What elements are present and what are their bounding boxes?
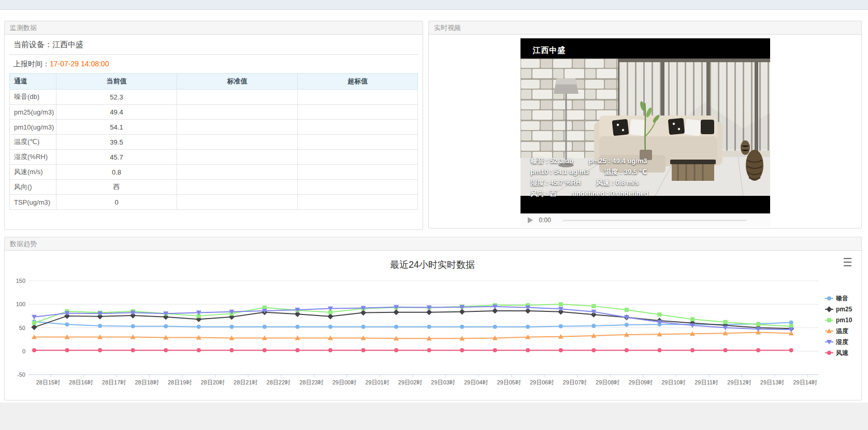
seek-bar[interactable] <box>562 220 747 221</box>
data-point <box>393 309 399 315</box>
data-point <box>229 325 234 329</box>
data-point <box>197 348 201 352</box>
report-time-label: 上报时间： <box>13 60 50 68</box>
data-point <box>427 325 431 329</box>
data-point <box>98 348 102 352</box>
data-point <box>361 348 366 352</box>
video-controls: 0:00 <box>520 213 770 227</box>
cell-standard <box>177 135 298 150</box>
data-point <box>328 325 332 329</box>
data-point <box>426 309 432 315</box>
data-point <box>493 348 497 352</box>
legend-item-温度[interactable]: 温度 <box>825 327 848 335</box>
cell-exceed <box>298 195 418 210</box>
cell-standard <box>177 90 298 105</box>
cell-label: pm10(ug/m3) <box>10 120 56 135</box>
x-axis-label: 29日12时 <box>727 379 751 385</box>
data-point <box>164 324 168 328</box>
data-point <box>295 325 299 329</box>
cell-standard <box>177 195 298 210</box>
data-point <box>657 348 661 352</box>
cell-current: 39.5 <box>56 135 177 150</box>
cell-exceed <box>298 180 418 195</box>
data-point <box>263 348 267 352</box>
cell-exceed <box>298 120 418 135</box>
cell-standard <box>177 150 298 165</box>
x-axis-label: 29日03时 <box>431 379 455 385</box>
x-axis-label: 29日07时 <box>563 379 587 385</box>
cell-label: pm25(ug/m3) <box>10 105 56 120</box>
y-axis-label: 0 <box>22 348 25 354</box>
data-point <box>756 348 760 352</box>
live-video-panel: 实时视频 江西中盛 <box>428 21 862 228</box>
report-time-line: 上报时间：17-07-29 14:08:00 <box>9 55 418 73</box>
data-point <box>263 325 267 329</box>
legend-item-湿度[interactable]: 湿度 <box>825 338 848 346</box>
table-header-1: 当前值 <box>56 74 177 90</box>
data-point <box>229 348 234 352</box>
trend-chart-svg: 最近24小时实时数据-5005010015028日15时28日16时28日17时… <box>5 251 861 400</box>
x-axis-label: 28日21时 <box>234 379 257 385</box>
data-point <box>625 323 629 327</box>
monitor-panel-title: 监测数据 <box>5 21 423 35</box>
cell-exceed <box>298 90 418 105</box>
play-icon[interactable] <box>528 217 533 223</box>
report-time-value: 17-07-29 14:08:00 <box>50 60 109 68</box>
video-panel-title: 实时视频 <box>429 21 861 35</box>
legend-item-pm10[interactable]: pm10 <box>825 317 852 324</box>
data-trend-panel: 数据趋势 最近24小时实时数据-5005010015028日15时28日16时2… <box>4 237 862 400</box>
browser-top-strip <box>0 0 868 10</box>
series-pm25 <box>31 308 794 332</box>
data-point <box>460 348 464 352</box>
cell-exceed <box>298 165 418 180</box>
data-point <box>32 321 36 325</box>
chart-context-menu-button[interactable] <box>844 258 854 266</box>
data-point <box>724 348 728 352</box>
legend-item-风速[interactable]: 风速 <box>825 349 849 356</box>
data-point <box>493 325 497 329</box>
y-axis-label: 100 <box>16 301 25 307</box>
x-axis-label: 29日10时 <box>661 379 685 385</box>
x-axis-label: 29日09时 <box>629 379 653 385</box>
chart-title: 最近24小时实时数据 <box>390 260 475 270</box>
legend-item-pm25[interactable]: pm25 <box>825 306 852 313</box>
cell-current: 0 <box>56 195 177 210</box>
table-row: pm10(ug/m3)54.1 <box>10 120 418 135</box>
data-point <box>98 324 102 328</box>
data-point <box>559 302 563 306</box>
x-axis-label: 29日05时 <box>497 379 520 385</box>
x-axis-label: 28日19时 <box>168 379 192 385</box>
y-axis-label: 150 <box>16 278 25 284</box>
data-point <box>690 348 695 352</box>
data-point <box>657 312 661 317</box>
video-player[interactable]: 江西中盛 <box>520 38 770 213</box>
video-data-overlay: 噪音 : 52.3 dbpm25 : 49.4 ug/m3pm10 : 54.1… <box>531 155 648 199</box>
table-header-0: 通道 <box>10 74 56 90</box>
data-point <box>526 325 530 329</box>
x-axis-label: 29日14时 <box>793 379 817 385</box>
legend-label: 风速 <box>835 349 849 356</box>
data-point <box>197 325 201 329</box>
cell-label: 噪音(db) <box>10 90 56 105</box>
data-point <box>526 348 530 352</box>
series-line <box>34 333 791 339</box>
cell-label: 风向() <box>10 180 56 195</box>
legend-item-噪音[interactable]: 噪音 <box>825 295 848 302</box>
data-point <box>394 325 398 329</box>
table-row: 风速(m/s)0.8 <box>10 165 418 180</box>
cell-standard <box>177 165 298 180</box>
data-point <box>591 324 596 328</box>
legend-label: 湿度 <box>835 338 848 346</box>
cell-label: 温度(℃) <box>10 135 56 150</box>
x-axis-label: 29日00时 <box>332 379 356 385</box>
cell-current: 45.7 <box>56 150 177 165</box>
cell-exceed <box>298 135 418 150</box>
x-axis-label: 28日17时 <box>102 379 126 385</box>
data-point <box>690 317 695 321</box>
overlay-line: 湿度 : 45.7 %RH风速 : 0.8 m/s <box>531 177 648 188</box>
data-point <box>131 348 135 352</box>
data-point <box>625 348 629 352</box>
overlay-line: 噪音 : 52.3 dbpm25 : 49.4 ug/m3 <box>531 155 648 166</box>
x-axis-label: 28日15时 <box>36 379 60 385</box>
y-axis-label: 50 <box>19 325 25 331</box>
